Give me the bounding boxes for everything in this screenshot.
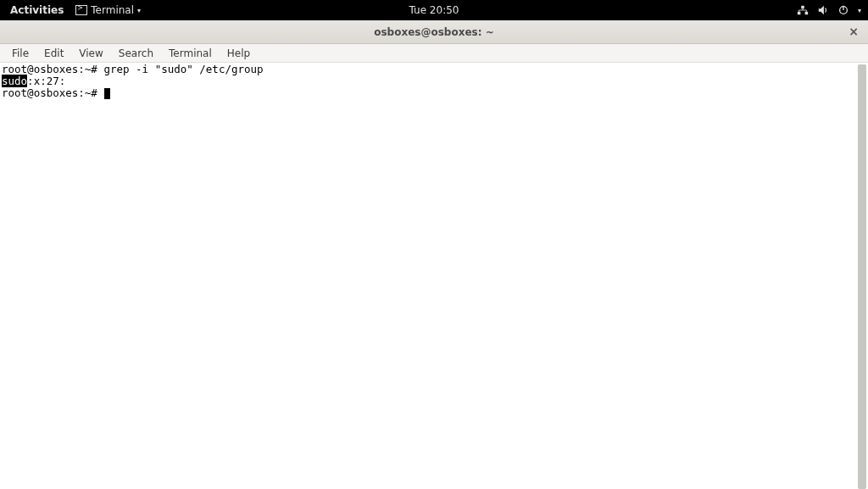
prompt: root@osboxes:~# [2, 63, 103, 75]
scrollbar-thumb[interactable] [858, 64, 866, 489]
activities-button[interactable]: Activities [7, 4, 67, 16]
grep-rest: :x:27: [27, 75, 65, 87]
terminal-area[interactable]: root@osboxes:~# grep -i "sudo" /etc/grou… [0, 63, 868, 489]
menu-view[interactable]: View [72, 46, 109, 61]
topbar-right: ▾ [797, 4, 861, 16]
svg-marker-3 [819, 6, 824, 15]
chevron-down-icon: ▾ [137, 7, 141, 14]
network-icon[interactable] [797, 4, 809, 16]
topbar-left: Activities Terminal ▾ [7, 4, 146, 16]
window-titlebar[interactable]: osboxes@osboxes: ~ × [0, 20, 868, 44]
window-title: osboxes@osboxes: ~ [374, 26, 494, 38]
svg-rect-2 [805, 12, 809, 15]
menu-file[interactable]: File [5, 46, 36, 61]
sound-icon[interactable] [817, 4, 829, 16]
command: grep -i "sudo" /etc/group [103, 63, 263, 75]
svg-rect-1 [798, 12, 801, 15]
menu-terminal[interactable]: Terminal [162, 46, 219, 61]
app-menu-label: Terminal [91, 4, 134, 16]
cursor [104, 88, 110, 99]
gnome-topbar: Activities Terminal ▾ Tue 20:50 ▾ [0, 0, 868, 20]
terminal-line-1: root@osboxes:~# grep -i "sudo" /etc/grou… [2, 64, 866, 75]
close-button[interactable]: × [848, 25, 860, 37]
scrollbar[interactable] [858, 64, 866, 489]
terminal-icon [75, 5, 87, 15]
menu-search[interactable]: Search [112, 46, 160, 61]
menu-edit[interactable]: Edit [37, 46, 70, 61]
app-menu[interactable]: Terminal ▾ [70, 4, 146, 16]
clock[interactable]: Tue 20:50 [409, 4, 459, 16]
prompt: root@osboxes:~# [2, 86, 103, 99]
terminal-line-2: sudo:x:27: [2, 75, 866, 87]
menubar: File Edit View Search Terminal Help [0, 44, 868, 63]
menu-help[interactable]: Help [220, 46, 257, 61]
terminal-line-3: root@osboxes:~# [2, 87, 866, 99]
close-icon: × [849, 25, 859, 37]
svg-rect-0 [801, 6, 804, 9]
power-icon[interactable] [837, 4, 849, 16]
system-menu-chevron-icon[interactable]: ▾ [858, 7, 861, 14]
grep-match: sudo [2, 75, 27, 87]
